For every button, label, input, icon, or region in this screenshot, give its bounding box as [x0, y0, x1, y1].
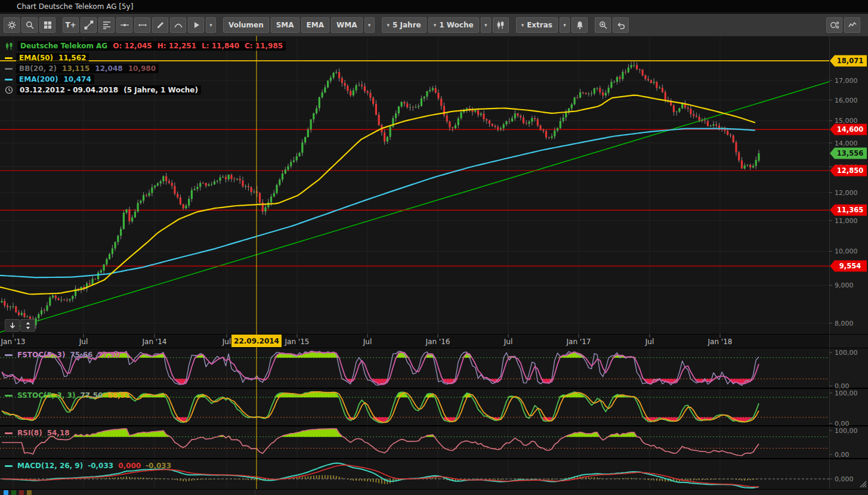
- ema200-marker: [5, 79, 13, 81]
- status-bar: [0, 489, 868, 495]
- svg-text:18,071: 18,071: [837, 57, 863, 65]
- svg-text:9,554: 9,554: [839, 262, 861, 270]
- sstoc-axis-label: 100,00: [835, 389, 858, 397]
- symbol-legend-row: Deutsche Telekom AG O: 12,045 H: 12,251 …: [5, 41, 286, 51]
- hline-tool-button[interactable]: [116, 17, 132, 33]
- fstoc-k-value: 75,66: [70, 351, 92, 359]
- interval-select-button[interactable]: ▾1 Woche: [428, 17, 479, 33]
- layout-grid-button[interactable]: [39, 17, 55, 33]
- linechart-mode-button[interactable]: [844, 17, 860, 33]
- tools-dropdown-button[interactable]: ▾: [206, 17, 216, 33]
- fstoc-d-value: 77,50: [97, 351, 120, 359]
- sstoc-legend: SSTOC(5, 3, 3) 77,50 66,91: [5, 391, 130, 400]
- rsi-axis-label: 100,00: [835, 427, 858, 435]
- indicators-dropdown-button[interactable]: ▾: [365, 17, 375, 33]
- status-swatch-green[interactable]: [11, 490, 16, 495]
- candlestick-icon: [5, 42, 14, 51]
- ema50-legend-row: EMA(50) 11,562: [5, 53, 89, 63]
- chevron-down-icon: ▾: [209, 22, 212, 28]
- settings-button[interactable]: [4, 17, 20, 33]
- svg-text:12,850: 12,850: [837, 166, 863, 175]
- ohlc-close: C: 11,985: [245, 42, 283, 50]
- macd-hist-value: -0,033: [146, 462, 171, 470]
- y-axis-tick-label: 8,000: [835, 320, 854, 327]
- candle-style-button[interactable]: [493, 17, 509, 33]
- macd-axis-zero-label: 0,000: [835, 475, 854, 483]
- chart-area: 17,00016,00015,00014,00013,00012,00011,0…: [0, 36, 868, 489]
- x-axis-tick-label: Jan '18: [708, 338, 733, 346]
- sma-button[interactable]: SMA: [271, 17, 299, 33]
- ohlc-low: L: 11,840: [202, 42, 239, 50]
- y-axis-tick-label: 12,000: [835, 189, 858, 197]
- svg-text:14,600: 14,600: [837, 125, 863, 134]
- selected-date-tag: 22.09.2014: [231, 335, 282, 347]
- trendline-tool-button[interactable]: [81, 17, 97, 33]
- undo-button[interactable]: [613, 17, 629, 33]
- hsegment-tool-button[interactable]: [134, 17, 150, 33]
- bb-lower: 10,980: [128, 64, 156, 73]
- scroll-down-button[interactable]: [5, 319, 20, 332]
- chevron-down-icon: ▾: [484, 22, 487, 28]
- horizontal-segment-icon: [138, 20, 147, 30]
- volumen-button[interactable]: Volumen: [223, 17, 269, 33]
- search-button[interactable]: [21, 17, 38, 33]
- pen-icon: [156, 20, 165, 30]
- rsi-value: 54,18: [47, 429, 70, 437]
- arrow-down-icon: [8, 321, 17, 330]
- macd-label: MACD(12, 26, 9): [17, 462, 83, 470]
- ohlc-high: H: 12,251: [157, 42, 196, 50]
- ema-button[interactable]: EMA: [301, 17, 329, 33]
- x-axis-tick-label: Jan '17: [566, 338, 591, 346]
- ema200-label: EMA(200): [19, 75, 58, 83]
- status-swatch-olive[interactable]: [27, 490, 32, 495]
- sstoc-d-value: 66,91: [107, 391, 130, 400]
- overlay-compare-button[interactable]: [826, 17, 842, 33]
- sstoc-label: SSTOC(5, 3, 3): [17, 391, 75, 400]
- horizontal-line-point-icon: [120, 20, 129, 30]
- x-axis-tick-label: Jul: [503, 338, 512, 346]
- daterange-legend-row: 03.12.2012 - 09.04.2018 (5 Jahre, 1 Woch…: [5, 85, 201, 95]
- trendline-icon: [84, 20, 94, 30]
- y-axis-tick-label: 9,000: [835, 281, 854, 289]
- ema50-marker: [5, 57, 13, 59]
- status-swatch-blue[interactable]: [4, 490, 8, 495]
- ema50-label: EMA(50): [19, 54, 53, 62]
- arc-tool-button[interactable]: [170, 17, 186, 33]
- y-axis-tick-label: 14,000: [835, 140, 858, 147]
- window-titlebar: Chart Deutsche Telekom AG [5y]: [0, 0, 868, 13]
- price-tag: 12,850: [830, 165, 867, 177]
- wma-button[interactable]: WMA: [331, 17, 362, 33]
- chevron-down-icon: ▾: [563, 22, 566, 28]
- x-axis-tick-label: Jan '14: [142, 338, 167, 346]
- fstoc-axis-label: 100,00: [835, 349, 858, 357]
- y-axis-tick-label: 10,000: [835, 248, 858, 255]
- rsi-marker: [5, 432, 13, 434]
- x-axis-tick-label: Jan '16: [425, 338, 450, 346]
- range-select-button[interactable]: ▾5 Jahre: [382, 17, 427, 33]
- search-icon: [25, 20, 35, 30]
- fibonacci-tool-button[interactable]: [98, 17, 115, 33]
- fstoc-legend: FSTOC(5, 3) 75,66 77,50: [5, 351, 120, 359]
- chart-canvas[interactable]: 17,00016,00015,00014,00013,00012,00011,0…: [0, 36, 868, 489]
- zoom-in-icon: [598, 20, 608, 30]
- pointer-tool-button[interactable]: [188, 17, 204, 33]
- text-tool-button[interactable]: T+: [63, 17, 79, 33]
- extras-dropdown-button[interactable]: ▾: [560, 17, 570, 33]
- symbol-name: Deutsche Telekom AG: [20, 42, 107, 50]
- fstoc-label: FSTOC(5, 3): [17, 351, 65, 359]
- rsi-label: RSI(8): [17, 429, 42, 437]
- x-axis-tick-label: Jul: [645, 338, 654, 346]
- x-axis-tick-label: Jan '13: [1, 338, 26, 346]
- pen-tool-button[interactable]: [152, 17, 168, 33]
- expand-vertical-icon: [24, 321, 32, 330]
- alert-button[interactable]: [572, 17, 588, 33]
- auto-scale-button[interactable]: [20, 319, 35, 332]
- price-tag: 11,365: [830, 205, 867, 216]
- extras-button[interactable]: ▾Extras: [516, 17, 558, 33]
- charttype-dropdown-button[interactable]: ▾: [481, 17, 491, 33]
- bb-legend-row: BB(20, 2) 13,115 12,048 10,980: [5, 64, 159, 73]
- undo-icon: [616, 20, 626, 30]
- macd-signal-value: 0,000: [118, 462, 141, 470]
- status-swatch-red[interactable]: [19, 490, 24, 495]
- zoom-in-button[interactable]: [595, 17, 611, 33]
